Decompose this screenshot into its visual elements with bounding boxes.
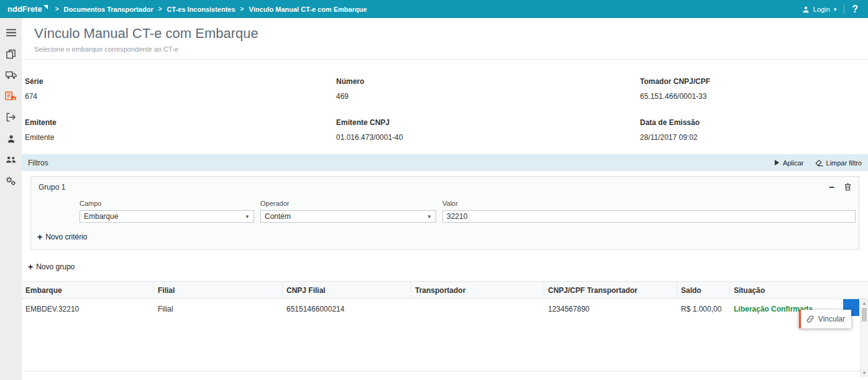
criteria-row: Campo Embarque ▼ Operador Contém ▼ Valor (31, 197, 859, 223)
column-header-saldo[interactable]: Saldo (677, 282, 730, 299)
criteria-campo: Campo Embarque ▼ (80, 200, 254, 223)
chevron-right-icon: > (55, 6, 59, 12)
field-label: Data de Emissão (640, 118, 868, 127)
criteria-valor: Valor (442, 200, 856, 223)
field-value: 28/11/2017 09:02 (640, 133, 868, 142)
new-group-button[interactable]: + Novo grupo (28, 262, 868, 271)
login-label: Login (813, 6, 830, 13)
brand-mark-icon (43, 5, 48, 9)
column-header-cnpj-cpf-transportador[interactable]: CNPJ/CPF Transportador (544, 282, 677, 299)
new-group-label: Novo grupo (36, 262, 75, 271)
page-subtitle: Selecione o embarque correspondente ao C… (34, 45, 868, 53)
delete-group-button[interactable] (844, 183, 851, 191)
filters-bar: Filtros Aplicar Limpar filtro (22, 154, 868, 171)
criteria-operador: Operador Contém ▼ (260, 200, 436, 223)
field-label: Emitente (25, 118, 336, 127)
clear-filter-label: Limpar filtro (826, 159, 862, 167)
column-header-situacao[interactable]: Situação (730, 282, 868, 299)
campo-selected-value: Embarque (84, 212, 118, 221)
clear-filter-button[interactable]: Limpar filtro (815, 159, 862, 167)
left-sidebar (0, 18, 22, 380)
field-value: 65.151.466/0001-33 (640, 92, 868, 101)
scrollbar-thumb[interactable] (862, 308, 867, 322)
link-icon (806, 315, 815, 323)
plus-icon: + (28, 262, 33, 271)
chevron-down-icon: ▼ (245, 214, 250, 220)
field-value: 01.016.473/0001-40 (336, 133, 640, 142)
operador-label: Operador (260, 200, 436, 207)
truck-icon[interactable] (4, 69, 19, 81)
play-icon (774, 159, 780, 166)
scroll-down-icon[interactable]: ▼ (861, 369, 868, 377)
field-label: Número (336, 77, 640, 86)
cell-cnpj-filial: 65151466000214 (283, 305, 411, 313)
documents-icon[interactable] (4, 48, 19, 60)
vertical-scrollbar[interactable]: ▲ ▼ (860, 299, 868, 377)
field-numero: Número 469 (336, 77, 640, 101)
breadcrumb: > Documentos Transportador > CT-es Incon… (55, 6, 367, 13)
eraser-icon (815, 159, 823, 167)
brand-logo[interactable]: nddFrete (7, 4, 48, 14)
table-row[interactable]: EMBDEV.32210 Filial 65151466000214 12345… (22, 299, 868, 318)
new-criteria-button[interactable]: + Novo critério (37, 233, 852, 241)
login-menu[interactable]: Login ▾ (802, 6, 836, 13)
apply-filter-button[interactable]: Aplicar (774, 159, 804, 167)
filter-actions: Aplicar Limpar filtro (774, 159, 862, 167)
operador-select[interactable]: Contém ▼ (260, 210, 436, 223)
page-header: Vínculo Manual CT-e com Embarque Selecio… (22, 18, 868, 53)
users-icon[interactable] (4, 154, 19, 165)
field-label: Tomador CNPJ/CPF (640, 77, 868, 86)
cell-filial: Filial (154, 305, 283, 313)
field-value: Emitente (25, 133, 336, 142)
operador-selected-value: Contém (265, 212, 291, 221)
topbar-actions: Login ▾ ? (802, 4, 861, 15)
gears-icon[interactable] (4, 175, 19, 187)
field-tomador-cnpj-cpf: Tomador CNPJ/CPF 65.151.466/0001-33 (640, 77, 868, 101)
field-emitente-cnpj: Emitente CNPJ 01.016.473/0001-40 (336, 118, 640, 142)
caret-down-icon: ▾ (834, 6, 837, 12)
filters-title: Filtros (28, 159, 48, 167)
top-bar: nddFrete > Documentos Transportador > CT… (0, 0, 868, 18)
cell-embarque: EMBDEV.32210 (22, 305, 154, 313)
user-icon[interactable] (4, 132, 19, 144)
cte-documents-icon[interactable] (4, 90, 19, 102)
cte-details: Série 674 Número 469 Tomador CNPJ/CPF 65… (25, 77, 868, 142)
column-header-cnpj-filial[interactable]: CNPJ Filial (283, 282, 411, 299)
field-data-emissao: Data de Emissão 28/11/2017 09:02 (640, 118, 868, 142)
chevron-right-icon: > (240, 6, 244, 12)
breadcrumb-item-ctes-inconsistentes[interactable]: CT-es Inconsistentes (167, 6, 235, 13)
apply-filter-label: Aplicar (783, 159, 804, 167)
collapse-group-button[interactable]: − (829, 182, 834, 192)
export-icon[interactable] (4, 111, 19, 123)
chevron-right-icon: > (158, 6, 162, 12)
table-header: Embarque Filial CNPJ Filial Transportado… (22, 281, 868, 299)
cell-saldo: R$ 1.000,00 (677, 305, 730, 313)
field-emitente: Emitente Emitente (25, 118, 336, 142)
new-criteria-label: Novo critério (45, 233, 87, 241)
trash-icon (844, 183, 851, 191)
breadcrumb-item-current[interactable]: Vínculo Manual CT-e com Embarque (249, 6, 367, 13)
help-button[interactable]: ? (852, 4, 861, 15)
campo-select[interactable]: Embarque ▼ (80, 210, 254, 223)
main-content: Vínculo Manual CT-e com Embarque Selecio… (22, 18, 868, 380)
scroll-up-icon[interactable]: ▲ (861, 299, 868, 307)
column-header-embarque[interactable]: Embarque (22, 282, 154, 299)
shipments-table: Embarque Filial CNPJ Filial Transportado… (22, 281, 868, 371)
vincular-menu-item[interactable]: Vincular (799, 310, 851, 328)
column-header-transportador[interactable]: Transportador (411, 282, 544, 299)
user-icon (802, 6, 810, 13)
chevron-down-icon: ▼ (427, 214, 432, 220)
field-label: Série (25, 77, 336, 86)
filter-group-actions: − (829, 182, 851, 192)
filter-group-panel: Grupo 1 − Campo Embarque ▼ Ope (30, 176, 859, 250)
divider (844, 4, 844, 14)
field-value: 674 (25, 92, 336, 101)
field-label: Emitente CNPJ (336, 118, 640, 127)
valor-input[interactable] (442, 210, 856, 223)
field-value: 469 (336, 92, 640, 101)
divider (22, 59, 868, 60)
breadcrumb-item-documentos-transportador[interactable]: Documentos Transportador (63, 6, 153, 13)
field-serie: Série 674 (25, 77, 336, 101)
menu-icon[interactable] (4, 27, 19, 39)
column-header-filial[interactable]: Filial (154, 282, 283, 299)
